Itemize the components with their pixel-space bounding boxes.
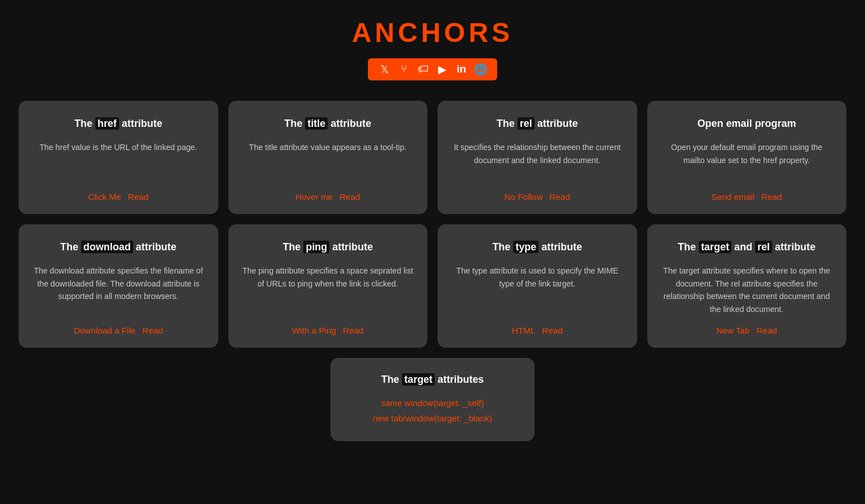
- target-rel-read-link[interactable]: Read: [757, 326, 777, 335]
- href-card-title: The href attribute: [74, 117, 162, 131]
- target-attrs-title: The target attributes: [349, 374, 516, 386]
- title-card-links: Hover me Read: [295, 192, 360, 202]
- new-tab-link[interactable]: New Tab: [716, 326, 750, 335]
- href-card: The href attribute The href value is the…: [19, 101, 218, 214]
- rel-card-links: No Follow Read: [504, 192, 570, 202]
- row2-grid: The download attribute The download attr…: [19, 224, 846, 348]
- type-card-desc: The type attribute is used to specify th…: [450, 264, 625, 315]
- ping-card-links: With a Ping Read: [292, 326, 363, 335]
- email-card-desc: Open your default email program using th…: [660, 141, 834, 182]
- title-read-link[interactable]: Read: [340, 192, 360, 202]
- href-card-links: Click Me Read: [88, 192, 149, 202]
- title-card-desc: The title attribute value appears as a t…: [249, 141, 406, 182]
- ping-card: The ping attribute The ping attribute sp…: [228, 224, 428, 348]
- title-card: The title attribute The title attribute …: [228, 101, 428, 214]
- target-rel-card-desc: The target attribute specifies where to …: [660, 264, 834, 315]
- download-card: The download attribute The download attr…: [19, 224, 218, 348]
- email-card-title: Open email program: [697, 117, 796, 131]
- href-read-link[interactable]: Read: [128, 192, 149, 202]
- target-attrs-card: The target attributes same window(target…: [330, 358, 535, 441]
- row1-grid: The href attribute The href value is the…: [19, 101, 846, 214]
- hover-me-link[interactable]: Hover me: [295, 192, 333, 202]
- row3-container: The target attributes same window(target…: [19, 358, 846, 441]
- social-icons-container: 𝕏 ⑂ 🏷 ▶ in 🌐: [368, 58, 497, 80]
- click-me-link[interactable]: Click Me: [88, 192, 121, 202]
- globe-icon[interactable]: 🌐: [472, 63, 489, 76]
- type-read-link[interactable]: Read: [542, 326, 562, 335]
- type-card-title: The type attribute: [493, 240, 582, 254]
- download-card-links: Download a File Read: [74, 326, 163, 335]
- download-card-title: The download attribute: [60, 240, 176, 254]
- download-file-link[interactable]: Download a File: [74, 326, 135, 335]
- email-read-link[interactable]: Read: [761, 192, 782, 202]
- rel-card-desc: It specifies the relationship between th…: [450, 141, 625, 182]
- blank-link[interactable]: new tab/window(target: _blank): [349, 413, 516, 423]
- no-follow-link[interactable]: No Follow: [504, 192, 543, 202]
- tag-icon[interactable]: 🏷: [414, 63, 431, 76]
- ping-link[interactable]: With a Ping: [292, 326, 336, 335]
- ping-read-link[interactable]: Read: [343, 326, 363, 335]
- social-bar: 𝕏 ⑂ 🏷 ▶ in 🌐: [11, 58, 854, 80]
- twitter-icon[interactable]: 𝕏: [376, 63, 393, 76]
- href-card-desc: The href value is the URL of the linked …: [40, 141, 197, 182]
- rel-card: The rel attribute It specifies the relat…: [438, 101, 637, 214]
- download-read-link[interactable]: Read: [142, 326, 163, 335]
- rel-card-title: The rel attribute: [497, 117, 578, 131]
- ping-card-desc: The ping attribute specifies a space sep…: [241, 264, 415, 315]
- html-link[interactable]: HTML: [512, 326, 535, 335]
- linkedin-icon[interactable]: in: [453, 63, 470, 76]
- email-card-links: Send email Read: [711, 192, 782, 202]
- youtube-icon[interactable]: ▶: [434, 63, 451, 76]
- page-title: ANCHORS: [11, 17, 854, 48]
- target-rel-card-title: The target and rel attribute: [678, 240, 816, 254]
- title-card-title: The title attribute: [285, 117, 371, 131]
- rel-read-link[interactable]: Read: [549, 192, 570, 202]
- download-card-desc: The download attribute specifies the fil…: [31, 264, 206, 315]
- email-card: Open email program Open your default ema…: [647, 101, 847, 214]
- type-card-links: HTML Read: [512, 326, 563, 335]
- self-link[interactable]: same window(target: _self): [349, 398, 516, 408]
- target-rel-card-links: New Tab Read: [716, 326, 777, 335]
- github-icon[interactable]: ⑂: [395, 63, 412, 76]
- type-card: The type attribute The type attribute is…: [438, 224, 637, 348]
- send-email-link[interactable]: Send email: [711, 192, 754, 202]
- target-rel-card: The target and rel attribute The target …: [647, 224, 847, 348]
- ping-card-title: The ping attribute: [283, 240, 373, 254]
